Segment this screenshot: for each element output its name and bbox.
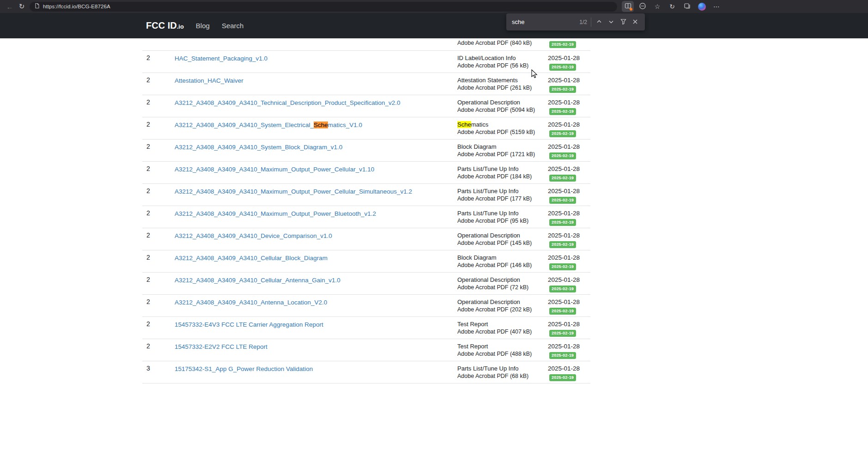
doc-date: 2025-01-28	[548, 342, 590, 350]
table-row: 3 15175342-S1_App G_Power Reduction Vali…	[142, 361, 590, 383]
doc-file: Adobe Acrobat PDF (840 kB)	[457, 39, 548, 48]
split-screen-button[interactable]	[622, 1, 634, 12]
collections-icon	[684, 2, 691, 11]
document-link[interactable]: A3212_A3408_A3409_A3410_Device_Compariso…	[175, 232, 332, 239]
doc-type-pre: Block Diagram	[457, 254, 497, 261]
ellipsis-icon: ⋯	[713, 3, 720, 10]
document-type: Block Diagram	[457, 143, 548, 151]
profile-button[interactable]	[696, 1, 708, 12]
doc-badge: 2025-02-19	[549, 64, 576, 71]
document-link[interactable]: Attestation_HAC_Waiver	[175, 77, 243, 84]
document-link[interactable]: A3212_A3408_A3409_A3410_Cellular_Block_D…	[175, 255, 328, 261]
doc-name-pre: A3212_A3408_A3409_A3410_Maximum_Output_P…	[175, 188, 412, 195]
doc-date: 2025-01-28	[548, 76, 590, 84]
doc-type-pre: Test Report	[457, 343, 488, 350]
copilot-button[interactable]	[637, 1, 649, 12]
row-count: 2	[142, 98, 175, 115]
address-bar[interactable]: https://fccid.io/BCG-E8726A	[30, 2, 617, 12]
doc-name-pre: HAC_Statement_Packaging_v1.0	[175, 55, 267, 62]
doc-type-pre: Operational Description	[457, 232, 520, 239]
doc-name-pre: A3212_A3408_A3409_A3410_Maximum_Output_P…	[175, 166, 374, 173]
browser-toolbar-actions: ☆ ↻ ⋯	[622, 1, 722, 12]
doc-date: 2025-01-28	[548, 54, 590, 62]
browser-back-button[interactable]: ←	[4, 1, 16, 12]
doc-type-pre: Operational Description	[457, 99, 520, 106]
find-options-button[interactable]	[617, 16, 629, 28]
row-count: 2	[142, 165, 175, 182]
document-link[interactable]: A3212_A3408_A3409_A3410_Antenna_Location…	[175, 299, 327, 306]
row-count: 3	[142, 365, 175, 381]
find-close-button[interactable]	[629, 16, 641, 28]
doc-type-pre: Parts List/Tune Up Info	[457, 165, 518, 172]
table-row: 2 15457332-E4V3 FCC LTE Carrier Aggregat…	[142, 317, 590, 339]
table-row: 2 A3212_A3408_A3409_A3410_System_Electri…	[142, 117, 590, 140]
doc-badge: 2025-02-19	[549, 263, 576, 270]
notification-dot	[630, 8, 632, 11]
table-row: 2 A3212_A3408_A3409_A3410_Maximum_Output…	[142, 206, 590, 228]
site-info-icon[interactable]	[34, 2, 40, 11]
table-row: 2 A3212_A3408_A3409_A3410_Maximum_Output…	[142, 184, 590, 206]
document-link[interactable]: A3212_A3408_A3409_A3410_Technical_Descri…	[175, 99, 401, 106]
doc-date: 2025-01-28	[548, 209, 590, 217]
doc-name-pre: Attestation_HAC_Waiver	[175, 77, 243, 84]
row-count: 2	[142, 121, 175, 137]
doc-badge: 2025-02-19	[549, 130, 576, 137]
site-navbar: FCC ID.io Blog Search	[0, 13, 868, 38]
find-previous-button[interactable]	[593, 16, 605, 28]
chevron-up-icon	[596, 18, 602, 26]
row-count: 2	[142, 143, 175, 159]
doc-file: Adobe Acrobat PDF (146 kB)	[457, 261, 548, 269]
sync-button[interactable]: ↻	[666, 1, 678, 12]
filter-icon	[620, 18, 626, 26]
table-row: 2 A3212_A3408_A3409_A3410_Cellular_Block…	[142, 250, 590, 273]
document-link[interactable]: A3212_A3408_A3409_A3410_Maximum_Output_P…	[175, 188, 412, 195]
doc-file: Adobe Acrobat PDF (5159 kB)	[457, 128, 548, 136]
row-count: 2	[142, 76, 175, 93]
document-link[interactable]: A3212_A3408_A3409_A3410_Maximum_Output_P…	[175, 210, 376, 217]
doc-name-pre: 15175342-S1_App G_Power Reduction Valida…	[175, 365, 313, 372]
doc-badge: 2025-02-19	[549, 219, 576, 226]
document-link[interactable]: 15457332-E4V3 FCC LTE Carrier Aggregatio…	[175, 321, 323, 328]
document-link[interactable]: 15457332-E2V2 FCC LTE Report	[175, 343, 267, 350]
row-count: 2	[142, 276, 175, 292]
doc-badge: 2025-02-19	[549, 374, 576, 381]
chevron-down-icon	[608, 18, 614, 26]
favorites-button[interactable]: ☆	[651, 1, 663, 12]
doc-date: 2025-01-28	[548, 187, 590, 195]
doc-date: 2025-01-28	[548, 276, 590, 284]
doc-name-pre: 15457332-E2V2 FCC LTE Report	[175, 343, 267, 350]
find-next-button[interactable]	[605, 16, 617, 28]
document-link[interactable]: A3212_A3408_A3409_A3410_System_Block_Dia…	[175, 144, 342, 151]
find-input[interactable]: sche	[510, 18, 579, 25]
document-type: Parts List/Tune Up Info	[457, 365, 548, 372]
doc-type-pre: Parts List/Tune Up Info	[457, 210, 518, 217]
doc-name-pre: A3212_A3408_A3409_A3410_System_Block_Dia…	[175, 144, 342, 151]
nav-link-search[interactable]: Search	[222, 22, 244, 30]
doc-name-pre: A3212_A3408_A3409_A3410_Technical_Descri…	[175, 99, 401, 106]
document-link[interactable]: A3212_A3408_A3409_A3410_Maximum_Output_P…	[175, 166, 374, 173]
doc-badge: 2025-02-19	[549, 152, 576, 159]
document-type: Operational Description	[457, 276, 548, 284]
doc-type-match: Sche	[457, 121, 471, 128]
document-link[interactable]: A3212_A3408_A3409_A3410_System_Electrica…	[175, 122, 362, 128]
doc-file: Adobe Acrobat PDF (177 kB)	[457, 195, 548, 203]
document-link[interactable]: HAC_Statement_Packaging_v1.0	[175, 55, 267, 62]
copilot-icon	[639, 2, 646, 11]
document-link[interactable]: 15175342-S1_App G_Power Reduction Valida…	[175, 365, 313, 372]
document-type: Schematics	[457, 121, 548, 128]
file-table-body: 2 HAC_Statement_Packaging_v1.0 ID Label/…	[142, 51, 590, 383]
brand-logo[interactable]: FCC ID.io	[146, 20, 184, 31]
doc-date: 2025-01-28	[548, 254, 590, 261]
browser-refresh-button[interactable]: ↻	[16, 1, 28, 12]
nav-link-blog[interactable]: Blog	[196, 22, 210, 30]
collections-button[interactable]	[681, 1, 693, 12]
settings-menu-button[interactable]: ⋯	[710, 1, 722, 12]
document-type: ID Label/Location Info	[457, 54, 548, 62]
doc-file: Adobe Acrobat PDF (1721 kB)	[457, 151, 548, 158]
document-type: Test Report	[457, 342, 548, 350]
doc-name-pre: A3212_A3408_A3409_A3410_Cellular_Block_D…	[175, 255, 328, 261]
doc-type-pre: Operational Description	[457, 298, 520, 305]
document-link[interactable]: A3212_A3408_A3409_A3410_Cellular_Antenna…	[175, 277, 340, 284]
doc-type-pre: Parts List/Tune Up Info	[457, 188, 518, 195]
doc-badge: 2025-02-19	[549, 197, 576, 204]
